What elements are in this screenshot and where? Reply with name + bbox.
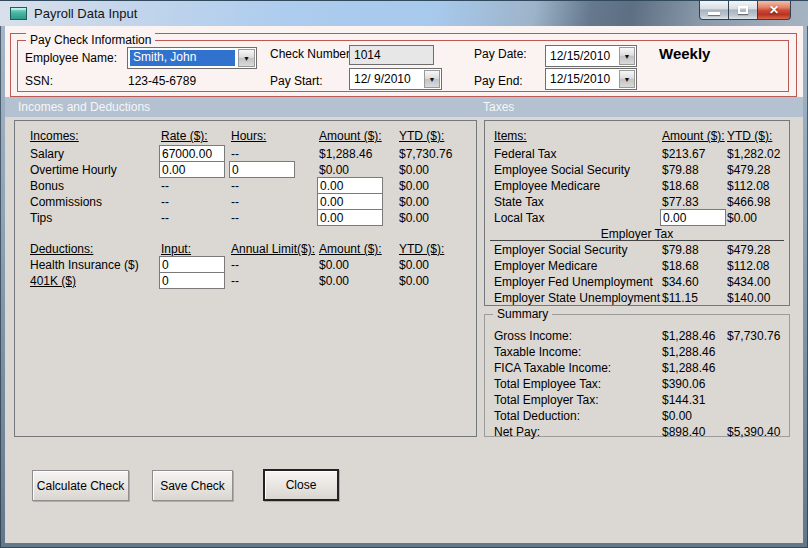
income-rate: -- [161, 179, 169, 193]
tax-ytd: $0.00 [727, 211, 757, 225]
employee-name-label: Employee Name: [25, 51, 117, 65]
employee-name-combobox[interactable]: Smith, John ▼ [127, 47, 257, 69]
income-label: Tips [30, 211, 52, 225]
summary-row-total-employer-tax: Total Employer Tax: $144.31 [485, 393, 789, 409]
title-bar[interactable]: Payroll Data Input ✕ [0, 0, 808, 26]
tax-row-federal: Federal Tax $213.67 $1,282.02 [485, 147, 789, 163]
incomes-col-header: Incomes: [30, 129, 79, 143]
paycheck-info-area: Pay Check Information Employee Name: Smi… [5, 26, 803, 97]
incomes-header-row: Incomes: Rate ($): Hours: Amount ($): YT… [15, 129, 476, 145]
income-ytd: $0.00 [399, 195, 429, 209]
payroll-window: Payroll Data Input ✕ Pay Check Informati… [0, 0, 808, 548]
close-window-button[interactable]: ✕ [757, 1, 791, 20]
income-rate: -- [161, 211, 169, 225]
deductions-header-row: Deductions: Input: Annual Limit($): Amou… [15, 242, 476, 258]
employee-name-value: Smith, John [130, 50, 235, 66]
taxes-section-title: Taxes [483, 100, 514, 114]
tax-ytd: $466.98 [727, 195, 770, 209]
paycheck-group-label: Pay Check Information [26, 33, 155, 47]
summary-amount: $898.40 [662, 425, 705, 439]
summary-label-text: FICA Taxable Income: [494, 361, 611, 375]
input-col-header: Input: [161, 242, 191, 256]
close-button[interactable]: Close [263, 469, 339, 501]
tax-label: Employee Social Security [494, 163, 630, 177]
overtime-rate-input[interactable] [159, 161, 225, 178]
pay-start-datepicker[interactable]: 12/ 9/2010 ▼ [349, 68, 442, 90]
tax-ytd: $112.08 [727, 259, 770, 273]
income-label: Bonus [30, 179, 64, 193]
tax-row-employer-fed-unemployment: Employer Fed Unemployment $34.60 $434.00 [485, 275, 789, 291]
deduction-limit: -- [231, 274, 239, 288]
tax-label: Employee Medicare [494, 179, 600, 193]
pay-end-datepicker[interactable]: 12/15/2010 ▼ [545, 68, 637, 90]
tax-row-employer-medicare: Employer Medicare $18.68 $112.08 [485, 259, 789, 275]
income-row-bonus: Bonus -- -- $0.00 [15, 179, 476, 195]
pay-start-dropdown-icon[interactable]: ▼ [424, 70, 440, 88]
summary-row-fica-taxable: FICA Taxable Income: $1,288.46 [485, 361, 789, 377]
tax-label: Employer Fed Unemployment [494, 275, 653, 289]
income-label: Salary [30, 147, 64, 161]
amount-col-header: Amount ($): [319, 242, 382, 256]
401k-input[interactable] [159, 272, 225, 289]
taxes-panel: Items: Amount ($): YTD ($): Federal Tax … [484, 120, 790, 306]
tax-row-employee-ss: Employee Social Security $79.88 $479.28 [485, 163, 789, 179]
section-header-bar: Incomes and Deductions Taxes [5, 97, 803, 117]
tax-ytd: $434.00 [727, 275, 770, 289]
amount-col-header: Amount ($): [319, 129, 382, 143]
bonus-amount-input[interactable] [317, 177, 383, 194]
employee-name-dropdown-icon[interactable]: ▼ [238, 49, 255, 67]
overtime-hours-input[interactable] [229, 161, 295, 178]
income-ytd: $0.00 [399, 211, 429, 225]
taxes-header-row: Items: Amount ($): YTD ($): [485, 129, 789, 145]
summary-amount: $1,288.46 [662, 361, 715, 375]
pay-end-dropdown-icon[interactable]: ▼ [619, 70, 635, 88]
minimize-button[interactable] [699, 1, 729, 20]
summary-amount: $390.06 [662, 377, 705, 391]
deduction-label: Health Insurance ($) [30, 258, 139, 272]
calculate-check-button[interactable]: Calculate Check [32, 470, 129, 501]
health-insurance-input[interactable] [159, 256, 225, 273]
tax-row-employer-ss: Employer Social Security $79.88 $479.28 [485, 243, 789, 259]
minimize-icon [708, 12, 720, 15]
tax-amount: $18.68 [662, 179, 699, 193]
summary-row-total-employee-tax: Total Employee Tax: $390.06 [485, 377, 789, 393]
pay-date-dropdown-icon[interactable]: ▼ [619, 47, 635, 65]
ytd-col-header: YTD ($): [727, 129, 772, 143]
income-ytd: $0.00 [399, 179, 429, 193]
check-number-label: Check Number: [270, 47, 353, 61]
summary-amount: $1,288.46 [662, 329, 715, 343]
check-number-field[interactable]: 1014 [349, 45, 434, 65]
deduction-amount: $0.00 [319, 258, 349, 272]
summary-groupbox: Summary Gross Income: $1,288.46 $7,730.7… [484, 314, 790, 437]
commissions-amount-input[interactable] [317, 193, 383, 210]
ssn-value: 123-45-6789 [128, 74, 196, 88]
maximize-icon [738, 6, 748, 14]
pay-date-value: 12/15/2010 [546, 46, 618, 66]
summary-amount: $144.31 [662, 393, 705, 407]
save-check-button[interactable]: Save Check [152, 470, 233, 501]
local-tax-input[interactable] [660, 209, 726, 226]
tips-amount-input[interactable] [317, 209, 383, 226]
deduction-row-health-insurance: Health Insurance ($) -- $0.00 $0.00 [15, 258, 476, 274]
income-row-commissions: Commissions -- -- $0.00 [15, 195, 476, 211]
maximize-button[interactable] [729, 1, 757, 20]
app-icon [10, 7, 27, 20]
tax-ytd: $479.28 [727, 163, 770, 177]
tax-label: State Tax [494, 195, 544, 209]
incomes-deductions-section-title: Incomes and Deductions [18, 100, 150, 114]
income-row-tips: Tips -- -- $0.00 [15, 211, 476, 227]
salary-rate-input[interactable] [159, 145, 225, 162]
tax-label: Employer State Unemployment [494, 291, 660, 305]
deduction-401k-link[interactable]: 401K ($) [30, 274, 76, 288]
summary-label-text: Total Employer Tax: [494, 393, 599, 407]
income-ytd: $0.00 [399, 163, 429, 177]
tax-amount: $79.88 [662, 163, 699, 177]
deductions-col-header: Deductions: [30, 242, 93, 256]
summary-label-text: Taxable Income: [494, 345, 581, 359]
pay-end-value: 12/15/2010 [546, 69, 618, 89]
summary-label-text: Net Pay: [494, 425, 540, 439]
window-title: Payroll Data Input [34, 6, 137, 21]
deduction-ytd: $0.00 [399, 274, 429, 288]
summary-label-text: Total Employee Tax: [494, 377, 601, 391]
pay-date-datepicker[interactable]: 12/15/2010 ▼ [545, 45, 637, 67]
